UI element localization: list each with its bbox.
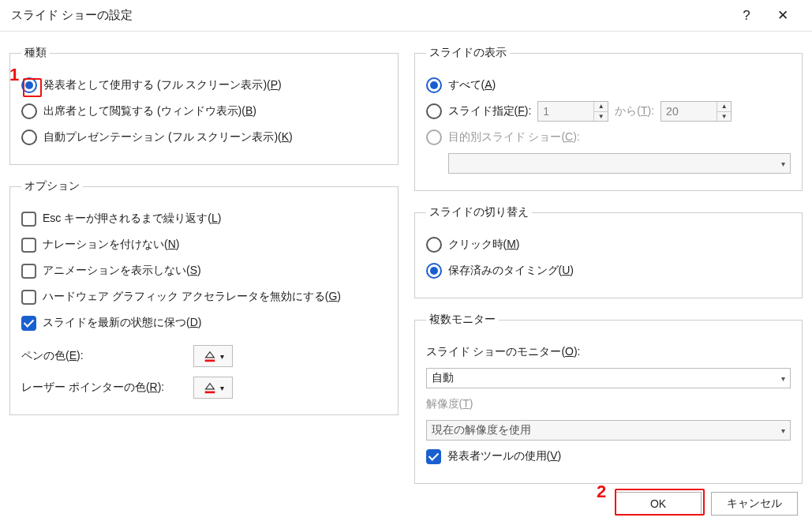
annotation-number-2: 2: [597, 482, 606, 502]
radio-type-presenter[interactable]: 発表者として使用する (フル スクリーン表示)(P): [21, 73, 387, 97]
monitor-label: スライド ショーのモニター(O):: [426, 345, 581, 359]
laser-color-label: レーザー ポインターの色(R):: [21, 381, 187, 395]
checkbox-disable-hw-gfx[interactable]: ハードウェア グラフィック アクセラレータを無効にする(G): [21, 285, 387, 309]
checkbox-presenter-view[interactable]: 発表者ツールの使用(V): [426, 444, 791, 468]
chevron-down-icon: ▾: [220, 384, 224, 392]
chevron-down-icon: ▾: [781, 159, 785, 168]
radio-icon: [21, 77, 37, 93]
radio-icon: [21, 129, 37, 145]
group-type-legend: 種類: [21, 46, 50, 60]
from-spinner[interactable]: 1 ▲▼: [537, 101, 608, 122]
radio-icon: [426, 263, 442, 279]
laser-color-row: レーザー ポインターの色(R): ▾: [21, 376, 387, 399]
group-monitors-legend: 複数モニター: [426, 313, 499, 327]
radio-advance-manual[interactable]: クリック時(M): [426, 233, 791, 257]
close-button[interactable]: ✕: [765, 0, 801, 32]
custom-show-combo-row: ▾: [426, 152, 791, 175]
group-options: オプション Esc キーが押されるまで繰り返す(L) ナレーションを付けない(N…: [9, 179, 399, 415]
to-spinner[interactable]: 20 ▲▼: [660, 101, 732, 122]
spin-down-icon[interactable]: ▼: [594, 112, 608, 122]
radio-icon: [426, 129, 442, 145]
dialog-title: スライド ショーの設定: [11, 8, 728, 23]
radio-show-all[interactable]: すべて(A): [426, 73, 791, 97]
svg-rect-0: [204, 360, 215, 362]
custom-show-combo: ▾: [448, 153, 791, 174]
resolution-label: 解像度(T): [426, 397, 473, 411]
chevron-down-icon: ▾: [781, 374, 785, 383]
dialog-button-row: OK キャンセル: [615, 492, 798, 516]
radio-icon: [426, 77, 442, 93]
resolution-label-row: 解像度(T): [426, 392, 791, 416]
dialog-content: 種類 発表者として使用する (フル スクリーン表示)(P) 出席者として閲覧する…: [0, 32, 812, 484]
pen-color-row: ペンの色(E): ▾: [21, 344, 387, 368]
radio-advance-timings[interactable]: 保存済みのタイミング(U): [426, 259, 791, 283]
checkbox-loop-esc[interactable]: Esc キーが押されるまで繰り返す(L): [21, 207, 387, 231]
chevron-down-icon: ▾: [781, 426, 785, 435]
checkbox-keep-current[interactable]: スライドを最新の状態に保つ(D): [21, 311, 387, 335]
checkbox-no-animation[interactable]: アニメーションを表示しない(S): [21, 259, 387, 283]
radio-show-range[interactable]: スライド指定(F): 1 ▲▼ から(T): 20 ▲▼: [426, 99, 791, 123]
group-advance-legend: スライドの切り替え: [426, 205, 532, 219]
ok-button[interactable]: OK: [615, 492, 702, 516]
monitor-combo-row: 自動 ▾: [426, 366, 791, 390]
radio-icon: [426, 103, 442, 119]
spin-down-icon[interactable]: ▼: [717, 112, 731, 122]
chevron-down-icon: ▾: [220, 352, 224, 361]
radio-type-browsed[interactable]: 出席者として閲覧する (ウィンドウ表示)(B): [21, 99, 387, 123]
pen-color-button[interactable]: ▾: [193, 345, 233, 367]
right-column: スライドの表示 すべて(A) スライド指定(F): 1 ▲▼ から(T): 20…: [414, 46, 803, 484]
help-button[interactable]: ?: [728, 0, 765, 32]
resolution-combo-row: 現在の解像度を使用 ▾: [426, 418, 791, 442]
laser-color-button[interactable]: ▾: [193, 377, 233, 399]
checkbox-no-narration[interactable]: ナレーションを付けない(N): [21, 233, 387, 257]
monitor-label-row: スライド ショーのモニター(O):: [426, 340, 791, 364]
spin-up-icon[interactable]: ▲: [717, 102, 731, 112]
radio-icon: [426, 237, 442, 253]
radio-type-kiosk[interactable]: 自動プレゼンテーション (フル スクリーン表示)(K): [21, 126, 387, 149]
checkbox-icon: [21, 238, 36, 253]
svg-rect-1: [204, 392, 215, 394]
group-advance-slides: スライドの切り替え クリック時(M) 保存済みのタイミング(U): [414, 205, 803, 298]
group-options-legend: オプション: [21, 179, 83, 193]
cancel-button[interactable]: キャンセル: [711, 492, 798, 516]
spin-up-icon[interactable]: ▲: [594, 102, 608, 112]
monitor-combo[interactable]: 自動 ▾: [426, 368, 791, 388]
titlebar: スライド ショーの設定 ? ✕: [0, 0, 812, 32]
group-show-legend: スライドの表示: [426, 46, 510, 60]
checkbox-icon: [426, 449, 441, 464]
group-show-slides: スライドの表示 すべて(A) スライド指定(F): 1 ▲▼ から(T): 20…: [414, 46, 803, 191]
left-column: 種類 発表者として使用する (フル スクリーン表示)(P) 出席者として閲覧する…: [9, 46, 399, 484]
checkbox-icon: [21, 264, 36, 279]
radio-label: 出席者として閲覧する (ウィンドウ表示)(B): [43, 104, 256, 118]
group-type: 種類 発表者として使用する (フル スクリーン表示)(P) 出席者として閲覧する…: [9, 46, 399, 165]
fill-icon: [203, 381, 217, 395]
radio-icon: [21, 103, 37, 119]
checkbox-icon: [21, 316, 36, 331]
pen-color-label: ペンの色(E):: [21, 349, 187, 363]
radio-label: 自動プレゼンテーション (フル スクリーン表示)(K): [43, 130, 293, 144]
radio-show-custom: 目的別スライド ショー(C):: [426, 126, 791, 149]
group-monitors: 複数モニター スライド ショーのモニター(O): 自動 ▾ 解像度(T) 現在の…: [414, 313, 803, 484]
fill-icon: [203, 349, 217, 363]
checkbox-icon: [21, 290, 36, 305]
to-label: から(T):: [615, 104, 654, 118]
radio-label: 発表者として使用する (フル スクリーン表示)(P): [43, 78, 282, 92]
checkbox-icon: [21, 212, 36, 227]
resolution-combo: 現在の解像度を使用 ▾: [426, 420, 791, 441]
